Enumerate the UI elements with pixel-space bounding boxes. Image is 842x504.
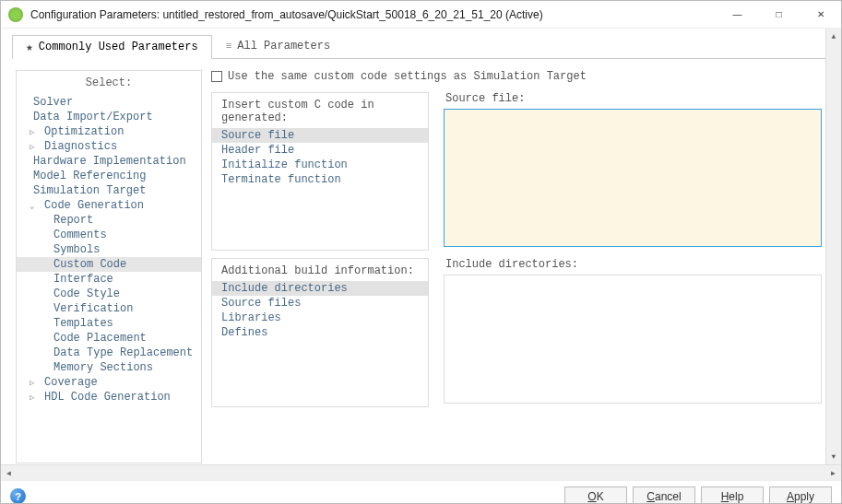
insert-item-source-file[interactable]: Source file	[212, 128, 428, 143]
apply-button[interactable]: Apply	[769, 486, 832, 505]
tab-bar: ★ Commonly Used Parameters ≡ All Paramet…	[12, 34, 825, 59]
category-tree: Solver Data Import/Export ▷Optimization …	[17, 95, 201, 404]
tree-code-generation[interactable]: ⌄Code Generation	[17, 198, 201, 213]
list-icon: ≡	[226, 41, 232, 52]
window-controls: — □ ✕	[717, 1, 841, 28]
sidebar-heading: Select:	[17, 73, 201, 95]
tree-data-import-export[interactable]: Data Import/Export	[17, 110, 201, 124]
ok-button[interactable]: OK	[564, 486, 627, 505]
include-directories-editor[interactable]	[444, 275, 822, 404]
tree-diagnostics[interactable]: ▷Diagnostics	[17, 139, 201, 154]
build-item-defines[interactable]: Defines	[212, 325, 428, 340]
scroll-track[interactable]	[826, 44, 841, 449]
tree-hardware-implementation[interactable]: Hardware Implementation	[17, 154, 201, 169]
chevron-right-icon[interactable]: ▷	[30, 142, 39, 152]
insert-item-header-file[interactable]: Header file	[212, 143, 428, 158]
insert-item-terminate-function[interactable]: Terminate function	[212, 172, 428, 187]
titlebar: Configuration Parameters: untitled_resto…	[1, 1, 841, 29]
settings-pane: Use the same custom code settings as Sim…	[211, 66, 822, 463]
chevron-down-icon[interactable]: ⌄	[30, 201, 39, 211]
tree-coverage[interactable]: ▷Coverage	[17, 375, 201, 390]
vertical-scrollbar[interactable]: ▲ ▼	[825, 29, 841, 464]
horizontal-scrollbar[interactable]: ◀ ▶	[1, 464, 841, 480]
build-info-group: Additional build information: Include di…	[211, 258, 429, 407]
cancel-button[interactable]: Cancel	[633, 486, 695, 505]
app-icon	[8, 7, 23, 22]
tree-optimization[interactable]: ▷Optimization	[17, 124, 201, 139]
tree-templates[interactable]: Templates	[17, 316, 201, 331]
chevron-right-icon[interactable]: ▷	[30, 127, 39, 137]
build-item-libraries[interactable]: Libraries	[212, 311, 428, 325]
tree-hdl-code-generation[interactable]: ▷HDL Code Generation	[17, 390, 201, 404]
star-icon: ★	[26, 40, 33, 54]
help-icon[interactable]: ?	[10, 488, 26, 504]
tree-report[interactable]: Report	[17, 213, 201, 228]
tree-model-referencing[interactable]: Model Referencing	[17, 169, 201, 183]
window-title: Configuration Parameters: untitled_resto…	[30, 8, 717, 21]
same-settings-checkbox[interactable]	[211, 71, 222, 82]
scroll-right-icon[interactable]: ▶	[825, 469, 841, 477]
source-file-label: Source file:	[444, 92, 822, 105]
close-button[interactable]: ✕	[800, 1, 841, 28]
category-sidebar: Select: Solver Data Import/Export ▷Optim…	[16, 70, 202, 463]
minimize-button[interactable]: —	[717, 1, 758, 28]
scroll-left-icon[interactable]: ◀	[1, 469, 17, 477]
tab-commonly-used[interactable]: ★ Commonly Used Parameters	[12, 35, 212, 59]
tree-interface[interactable]: Interface	[17, 272, 201, 287]
footer: ? OK Cancel Help Apply	[1, 480, 841, 504]
tree-symbols[interactable]: Symbols	[17, 242, 201, 257]
tree-code-style[interactable]: Code Style	[17, 287, 201, 301]
scroll-down-icon[interactable]: ▼	[826, 449, 841, 464]
source-file-editor[interactable]	[444, 109, 822, 247]
tree-simulation-target[interactable]: Simulation Target	[17, 183, 201, 198]
chevron-right-icon[interactable]: ▷	[30, 393, 39, 403]
maximize-button[interactable]: □	[758, 1, 800, 28]
insert-code-title: Insert custom C code in generated:	[212, 99, 428, 128]
tree-data-type-replacement[interactable]: Data Type Replacement	[17, 346, 201, 360]
tree-code-placement[interactable]: Code Placement	[17, 331, 201, 346]
tab-all-parameters[interactable]: ≡ All Parameters	[212, 34, 344, 58]
tree-verification[interactable]: Verification	[17, 301, 201, 316]
tab-label: All Parameters	[237, 40, 330, 53]
insert-item-initialize-function[interactable]: Initialize function	[212, 158, 428, 172]
tree-custom-code[interactable]: Custom Code	[17, 257, 201, 272]
build-info-title: Additional build information:	[212, 264, 428, 281]
same-settings-label: Use the same custom code settings as Sim…	[228, 70, 587, 83]
help-button[interactable]: Help	[701, 486, 764, 505]
tree-comments[interactable]: Comments	[17, 228, 201, 242]
build-item-include-directories[interactable]: Include directories	[212, 281, 428, 296]
same-settings-row: Use the same custom code settings as Sim…	[211, 70, 822, 83]
tab-label: Commonly Used Parameters	[39, 41, 198, 53]
scroll-up-icon[interactable]: ▲	[826, 29, 841, 44]
tree-memory-sections[interactable]: Memory Sections	[17, 360, 201, 375]
chevron-right-icon[interactable]: ▷	[30, 378, 39, 388]
build-item-source-files[interactable]: Source files	[212, 296, 428, 311]
include-directories-label: Include directories:	[444, 258, 822, 271]
tree-solver[interactable]: Solver	[17, 95, 201, 110]
insert-code-group: Insert custom C code in generated: Sourc…	[211, 92, 429, 251]
